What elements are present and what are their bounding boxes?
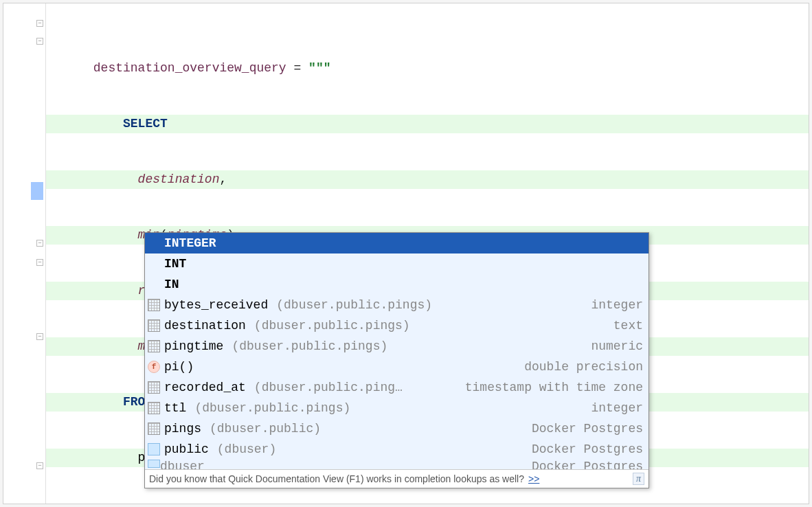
completion-hint-bar: Did you know that Quick Documentation Vi… [145,469,649,488]
blank-icon [148,258,160,270]
table-icon [148,422,160,435]
completion-label: IN [164,278,179,291]
pi-icon[interactable]: π [633,473,644,485]
completion-item[interactable]: pings(dbuser.public)Docker Postgres [145,418,649,439]
table-icon [148,381,160,394]
code-line[interactable]: SELECT [46,115,809,133]
code-line[interactable]: destination, [46,170,809,189]
schema-icon [148,460,160,468]
table-icon [148,299,160,311]
completion-type: text [613,319,643,333]
completion-item[interactable]: destination(dbuser.public.pings)text [145,315,649,336]
completion-label: recorded_at [164,381,246,394]
completion-label: ttl [164,401,186,415]
token-keyword: SELECT [93,117,168,131]
completion-type: numeric [591,339,643,353]
token-string-open: """ [308,61,330,75]
fold-marker-icon[interactable]: − [36,462,43,469]
completion-item[interactable]: ttl(dbuser.public.pings)integer [145,398,649,418]
completion-type: timestamp with time zone [465,381,643,394]
blank-icon [148,278,160,291]
completion-item-clipped[interactable]: dbuser Docker Postgres [145,460,649,469]
completion-context: (dbuser.public) [210,422,528,436]
completion-label: INT [164,257,186,271]
completion-type: integer [591,298,643,312]
completion-popup[interactable]: INTEGERINTINbytes_received(dbuser.public… [144,232,649,488]
hint-text: Did you know that Quick Documentation Vi… [149,473,524,484]
schema-icon [148,443,160,455]
completion-context: (dbuser.public.pings) [276,298,587,312]
change-marker [31,182,43,200]
completion-label: destination [164,319,246,333]
completion-item[interactable]: INTEGER [145,233,649,254]
completion-item[interactable]: IN [145,274,649,295]
fold-marker-icon[interactable]: − [36,20,43,27]
completion-label: INTEGER [164,236,216,250]
completion-item[interactable]: INT [145,254,649,274]
completion-context: (dbuser.public.ping… [254,381,461,394]
completion-type: integer [591,401,643,415]
hint-more-link[interactable]: >> [528,473,539,484]
fold-marker-icon[interactable]: − [36,333,43,340]
completion-label: pingtime [164,339,223,353]
code-line[interactable]: destination_overview_query = """ [46,59,809,78]
completion-item[interactable]: pingtime(dbuser.public.pings)numeric [145,336,649,357]
completion-item[interactable]: public(dbuser)Docker Postgres [145,439,649,460]
completion-label: pi() [164,360,194,374]
editor-frame: − − − − − − destination_overview_query =… [3,3,809,504]
completion-type: Docker Postgres [532,422,643,436]
function-icon: f [148,361,160,373]
table-icon [148,340,160,352]
table-icon [148,402,160,414]
completion-item[interactable]: bytes_received(dbuser.public.pings)integ… [145,295,649,315]
completion-context: (dbuser.public.pings) [254,319,609,333]
completion-label: public [164,442,209,456]
completion-context: (dbuser.public.pings) [194,401,587,415]
fold-marker-icon[interactable]: − [36,240,43,247]
completion-context: (dbuser.public.pings) [232,339,587,353]
blank-icon [148,237,160,249]
completion-type: double precision [524,360,643,374]
completion-item[interactable]: fpi()double precision [145,357,649,377]
completion-label: bytes_received [164,298,268,312]
completion-type: Docker Postgres [532,442,643,456]
gutter: − − − − − − [3,3,46,504]
token-variable: destination_overview_query [93,61,286,75]
completion-label: pings [164,422,201,436]
fold-marker-icon[interactable]: − [36,259,43,266]
fold-marker-icon[interactable]: − [36,38,43,45]
completion-item[interactable]: recorded_at(dbuser.public.ping…timestamp… [145,377,649,398]
completion-context: (dbuser) [217,442,528,456]
table-icon [148,319,160,332]
